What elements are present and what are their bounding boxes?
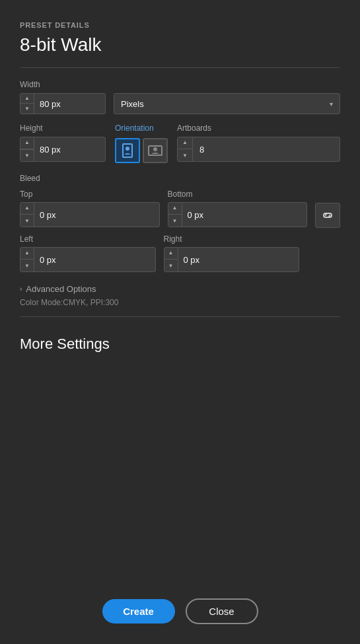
bleed-label: Bleed bbox=[20, 174, 340, 183]
artboards-decrement-button[interactable]: ▼ bbox=[178, 149, 192, 162]
bleed-top-decrement-button[interactable]: ▼ bbox=[20, 215, 34, 227]
bleed-right-input[interactable] bbox=[178, 247, 225, 272]
bleed-left-decrement-button[interactable]: ▼ bbox=[20, 260, 34, 272]
bleed-top-stepper: ▲ ▼ bbox=[20, 202, 34, 227]
artboards-label: Artboards bbox=[177, 124, 340, 133]
bleed-left-input[interactable] bbox=[34, 247, 81, 272]
advanced-options-label: Advanced Options bbox=[26, 284, 96, 294]
preset-title: 8-bit Walk bbox=[20, 34, 340, 55]
bleed-top-increment-button[interactable]: ▲ bbox=[20, 202, 34, 215]
bleed-left-increment-button[interactable]: ▲ bbox=[20, 247, 34, 260]
bleed-left-label: Left bbox=[20, 234, 156, 244]
artboards-input[interactable] bbox=[193, 137, 246, 162]
link-icon bbox=[321, 209, 334, 222]
bleed-left-stepper: ▲ ▼ bbox=[20, 247, 34, 272]
width-input[interactable] bbox=[34, 93, 81, 114]
bleed-bottom-stepper: ▲ ▼ bbox=[168, 202, 182, 227]
portrait-icon bbox=[122, 143, 133, 158]
height-increment-button[interactable]: ▲ bbox=[20, 137, 34, 149]
unit-dropdown[interactable]: Pixels ▾ bbox=[114, 93, 340, 114]
svg-point-3 bbox=[153, 147, 157, 151]
unit-label: Pixels bbox=[121, 99, 144, 109]
bleed-bottom-increment-button[interactable]: ▲ bbox=[168, 202, 182, 215]
footer: Create Close bbox=[20, 585, 340, 624]
divider bbox=[20, 67, 340, 68]
bleed-right-increment-button[interactable]: ▲ bbox=[164, 247, 178, 260]
bleed-bottom-label: Bottom bbox=[168, 190, 308, 199]
link-bleed-button[interactable] bbox=[315, 203, 340, 228]
landscape-orientation-button[interactable] bbox=[143, 138, 168, 163]
orientation-label: Orientation bbox=[115, 124, 168, 133]
bleed-top-input[interactable] bbox=[34, 202, 81, 227]
advanced-chevron-icon: › bbox=[20, 285, 22, 293]
height-stepper-buttons: ▲ ▼ bbox=[20, 137, 34, 162]
svg-point-1 bbox=[126, 147, 129, 151]
chevron-down-icon: ▾ bbox=[330, 100, 333, 108]
artboards-increment-button[interactable]: ▲ bbox=[178, 137, 192, 149]
close-button[interactable]: Close bbox=[186, 598, 258, 624]
divider-2 bbox=[20, 316, 340, 317]
bleed-bottom-decrement-button[interactable]: ▼ bbox=[168, 215, 182, 227]
width-increment-button[interactable]: ▲ bbox=[20, 93, 34, 104]
preset-label: PRESET DETAILS bbox=[20, 21, 340, 29]
bleed-right-stepper: ▲ ▼ bbox=[164, 247, 178, 272]
advanced-options-toggle[interactable]: › Advanced Options bbox=[20, 284, 340, 294]
portrait-orientation-button[interactable] bbox=[115, 138, 140, 163]
landscape-icon bbox=[148, 145, 162, 157]
create-button[interactable]: Create bbox=[102, 599, 175, 624]
bleed-bottom-input[interactable] bbox=[182, 202, 229, 227]
color-mode-text: Color Mode:CMYK, PPI:300 bbox=[20, 298, 340, 307]
height-input[interactable] bbox=[34, 137, 81, 162]
width-label: Width bbox=[20, 80, 340, 89]
height-decrement-button[interactable]: ▼ bbox=[20, 149, 34, 162]
more-settings-label: More Settings bbox=[20, 336, 340, 353]
width-decrement-button[interactable]: ▼ bbox=[20, 104, 34, 114]
width-stepper-buttons: ▲ ▼ bbox=[20, 93, 34, 114]
artboards-stepper-buttons: ▲ ▼ bbox=[178, 137, 193, 162]
bleed-right-decrement-button[interactable]: ▼ bbox=[164, 260, 178, 272]
bleed-top-label: Top bbox=[20, 190, 160, 199]
height-label: Height bbox=[20, 124, 106, 133]
bleed-right-label: Right bbox=[164, 234, 300, 244]
